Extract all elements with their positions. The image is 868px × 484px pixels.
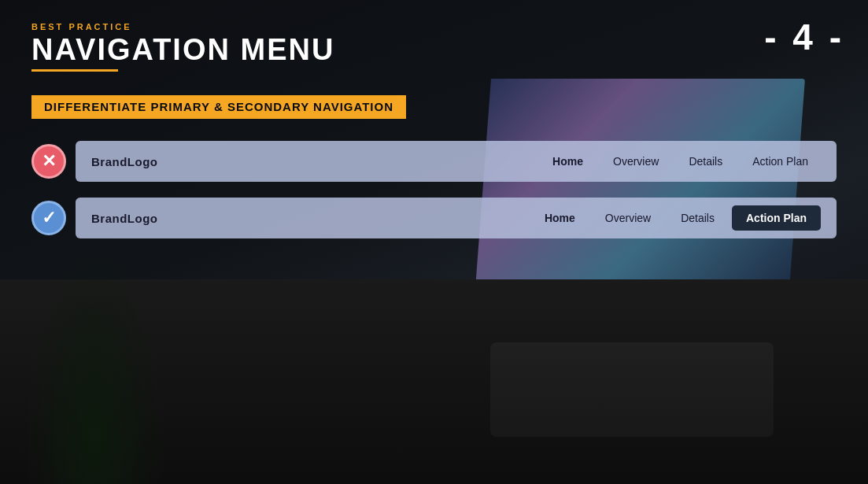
title-underline bbox=[31, 69, 118, 72]
wrong-nav-item-details: Details bbox=[676, 149, 735, 174]
correct-nav-logo: BrandLogo bbox=[91, 212, 158, 225]
correct-icon-symbol: ✓ bbox=[42, 208, 56, 228]
wrong-nav-example: ✕ BrandLogo Home Overview Details Action… bbox=[31, 141, 837, 182]
page-title: NAVIGATION MENU bbox=[31, 35, 837, 65]
nav-bars-container: ✕ BrandLogo Home Overview Details Action… bbox=[31, 141, 837, 238]
correct-nav-item-action-plan[interactable]: Action Plan bbox=[732, 205, 821, 231]
wrong-nav-item-home: Home bbox=[540, 149, 596, 174]
correct-nav-item-home: Home bbox=[532, 205, 588, 231]
wrong-status-icon: ✕ bbox=[31, 144, 66, 179]
wrong-nav-bar: BrandLogo Home Overview Details Action P… bbox=[76, 141, 837, 182]
best-practice-label: BEST PRACTICE bbox=[31, 22, 837, 31]
section-heading: DIFFERENTIATE PRIMARY & SECONDARY NAVIGA… bbox=[31, 95, 406, 119]
correct-nav-items: Home Overview Details Action Plan bbox=[532, 205, 821, 231]
correct-status-icon: ✓ bbox=[31, 201, 66, 235]
section-heading-text: DIFFERENTIATE PRIMARY & SECONDARY NAVIGA… bbox=[44, 100, 393, 113]
correct-nav-item-details: Details bbox=[668, 205, 727, 231]
wrong-nav-logo: BrandLogo bbox=[91, 155, 158, 168]
correct-nav-item-overview: Overview bbox=[593, 205, 663, 231]
header: BEST PRACTICE NAVIGATION MENU bbox=[31, 22, 837, 72]
correct-nav-bar: BrandLogo Home Overview Details Action P… bbox=[76, 198, 837, 238]
wrong-nav-item-overview: Overview bbox=[600, 149, 671, 174]
correct-nav-example: ✓ BrandLogo Home Overview Details Action… bbox=[31, 198, 837, 238]
main-content: BEST PRACTICE NAVIGATION MENU DIFFERENTI… bbox=[0, 0, 868, 484]
wrong-icon-symbol: ✕ bbox=[42, 151, 56, 172]
wrong-nav-item-action-plan: Action Plan bbox=[740, 149, 821, 174]
wrong-nav-items: Home Overview Details Action Plan bbox=[540, 149, 821, 174]
